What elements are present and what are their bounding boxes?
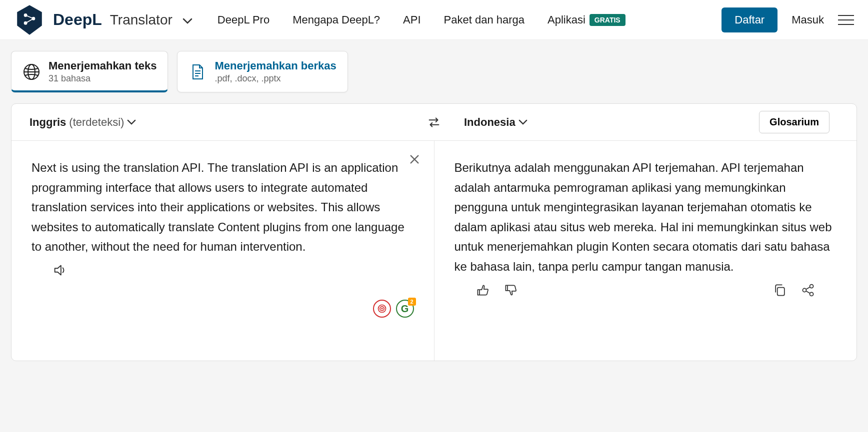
source-detected-label: (terdeteksi) [69, 116, 124, 129]
source-language-selector[interactable]: Inggris (terdeteksi) [30, 116, 136, 129]
login-button[interactable]: Masuk [792, 13, 824, 26]
nav-apps-label: Aplikasi [548, 13, 586, 26]
svg-point-13 [381, 308, 382, 309]
nav-api[interactable]: API [403, 13, 420, 26]
swap-languages-button[interactable] [422, 110, 446, 134]
primary-nav: DeepL Pro Mengapa DeepL? API Paket dan h… [218, 13, 722, 26]
tab-translate-text[interactable]: Menerjemahkan teks 31 bahasa [11, 51, 168, 92]
chevron-down-icon [518, 119, 528, 125]
clear-source-button[interactable] [409, 154, 421, 166]
listen-source-button[interactable] [52, 262, 68, 279]
chevron-down-icon[interactable] [182, 17, 192, 23]
signup-button[interactable]: Daftar [722, 7, 778, 32]
logo[interactable]: DeepL Translator [14, 4, 192, 35]
svg-point-17 [810, 292, 814, 296]
svg-point-16 [802, 288, 806, 292]
target-language-selector[interactable]: Indonesia [464, 116, 528, 129]
tab-files-title: Menerjemahkan berkas [214, 59, 336, 72]
menu-icon[interactable] [838, 15, 854, 25]
svg-rect-14 [778, 287, 784, 295]
brand-name: DeepL [53, 10, 102, 29]
extension-grammarly-icon[interactable]: G 2 [396, 300, 414, 318]
tab-text-title: Menerjemahkan teks [48, 59, 156, 72]
product-name: Translator [110, 12, 172, 28]
nav-pro[interactable]: DeepL Pro [218, 13, 270, 26]
source-text-input[interactable]: Next is using the translation API. The t… [32, 158, 414, 257]
translator-panel: Inggris (terdeteksi) Indonesia Glosarium… [11, 103, 857, 361]
deepl-logo-icon [14, 4, 45, 35]
source-pane: Next is using the translation API. The t… [12, 141, 434, 361]
tab-text-sub: 31 bahasa [48, 73, 156, 84]
language-bar: Inggris (terdeteksi) Indonesia Glosarium [12, 104, 856, 141]
source-language-name: Inggris [30, 116, 66, 129]
tab-translate-files[interactable]: Menerjemahkan berkas .pdf, .docx, .pptx [177, 51, 348, 92]
extension-target-icon[interactable] [373, 300, 391, 318]
main-header: DeepL Translator DeepL Pro Mengapa DeepL… [0, 0, 868, 40]
share-button[interactable] [800, 282, 816, 299]
glossary-button[interactable]: Glosarium [759, 111, 830, 133]
nav-why[interactable]: Mengapa DeepL? [292, 13, 380, 26]
svg-point-15 [810, 284, 814, 288]
extension-badge-count: 2 [408, 298, 416, 306]
extension-badges: G 2 [373, 300, 414, 318]
document-icon [188, 63, 206, 81]
copy-button[interactable] [772, 282, 788, 299]
nav-pricing[interactable]: Paket dan harga [444, 13, 524, 26]
header-actions: Daftar Masuk [722, 7, 854, 32]
text-panes: Next is using the translation API. The t… [12, 141, 856, 361]
target-pane: Berikutnya adalah menggunakan API terjem… [434, 141, 857, 361]
target-text-output[interactable]: Berikutnya adalah menggunakan API terjem… [454, 158, 837, 277]
free-badge: GRATIS [590, 14, 626, 26]
chevron-down-icon [127, 119, 136, 125]
target-language-name: Indonesia [464, 116, 516, 129]
target-footer [454, 277, 837, 311]
nav-apps[interactable]: Aplikasi GRATIS [548, 13, 626, 26]
thumbs-up-button[interactable] [474, 282, 492, 299]
mode-tabs: Menerjemahkan teks 31 bahasa Menerjemahk… [0, 40, 868, 92]
thumbs-down-button[interactable] [502, 282, 520, 299]
svg-line-18 [806, 287, 810, 289]
tab-files-sub: .pdf, .docx, .pptx [214, 73, 336, 84]
source-footer [32, 257, 414, 291]
svg-line-19 [806, 291, 810, 293]
globe-icon [22, 63, 40, 81]
